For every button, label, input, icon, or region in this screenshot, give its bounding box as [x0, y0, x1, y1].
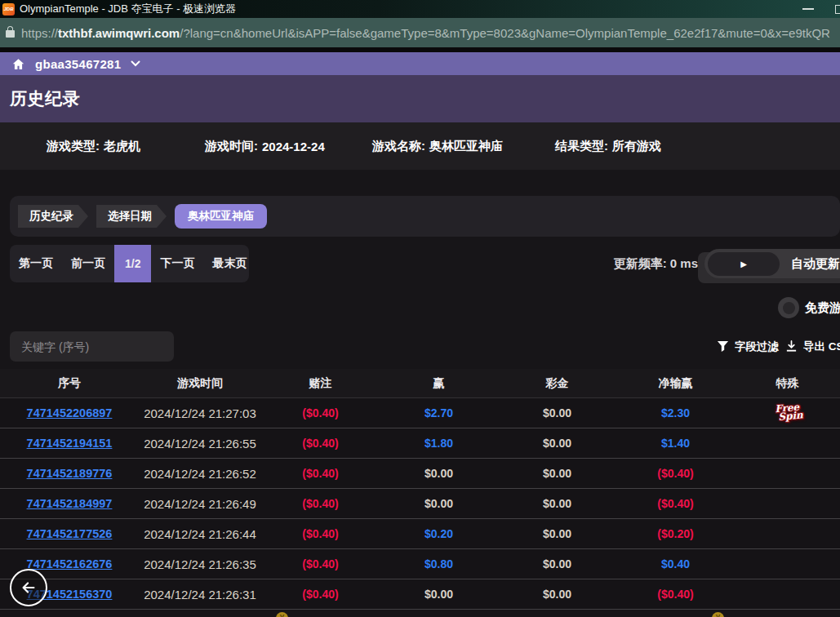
bonus-value: $0.00 [498, 437, 616, 450]
round-id-link[interactable]: 7471452206897 [27, 406, 113, 419]
jdb-logo-icon: JDB [2, 3, 15, 16]
window-minimize-button[interactable] [802, 8, 814, 10]
pagination: 第一页 前一页 1/2 下一页 最末页 [10, 245, 249, 282]
win-value: $1.80 [380, 437, 498, 450]
breadcrumb-game-name[interactable]: 奥林匹亚神庙 [175, 204, 267, 229]
col-header-win: 赢 [380, 376, 498, 391]
table-header-row: 序号 游戏时间 赌注 赢 彩金 净输赢 特殊 [0, 369, 840, 398]
round-id-link[interactable]: 7471452184997 [27, 497, 113, 510]
col-header-special: 特殊 [735, 376, 840, 391]
win-value: $0.00 [380, 588, 498, 601]
filter-result-type[interactable]: 结果类型: 所有游戏 [555, 122, 661, 170]
net-value: $0.40 [616, 557, 735, 570]
auto-update-toggle[interactable]: ▶ 自动更新 [704, 249, 840, 278]
col-header-net: 净输赢 [616, 376, 735, 391]
window-maximize-button[interactable] [835, 5, 840, 14]
site-header: gbaa35467281 [0, 52, 840, 75]
bet-value: ($0.40) [261, 497, 380, 510]
bet-value: ($0.40) [261, 467, 380, 480]
table-row: 74714521626762024/12/24 21:26:35($0.40)$… [0, 549, 840, 579]
free-game-label: 免费游戏 [805, 300, 840, 316]
game-time: 2024/12/24 21:26:35 [139, 557, 261, 571]
keyword-search-input[interactable] [10, 331, 174, 362]
breadcrumb-history[interactable]: 历史纪录 [18, 205, 88, 228]
bet-value: ($0.40) [261, 437, 380, 450]
net-value: ($0.20) [616, 527, 735, 540]
play-icon: ▶ [740, 260, 747, 269]
back-button[interactable] [10, 569, 47, 606]
page-first-button[interactable]: 第一页 [10, 245, 62, 282]
table-row: 74714521563702024/12/24 21:26:31($0.40)$… [0, 579, 840, 610]
history-table: 序号 游戏时间 赌注 赢 彩金 净输赢 特殊 74714522068972024… [0, 369, 840, 610]
game-time: 2024/12/24 21:26:52 [139, 467, 261, 481]
filter-bar: 游戏类型: 老虎机 游戏时间: 2024-12-24 游戏名称: 奥林匹亚神庙 … [0, 122, 840, 170]
coin-icon: ¥ [712, 612, 724, 617]
game-time: 2024/12/24 21:26:49 [139, 497, 261, 511]
col-header-time: 游戏时间 [139, 376, 261, 391]
address-bar[interactable]: https://txthbf.awimqwri.com/?lang=cn&hom… [0, 18, 840, 47]
window-titlebar: JDB OlympianTemple - JDB 夺宝电子 - 极速浏览器 [0, 0, 840, 18]
breadcrumb: 历史纪录 选择日期 奥林匹亚神庙 [10, 196, 840, 237]
col-header-bonus: 彩金 [498, 376, 616, 391]
bet-value: ($0.40) [261, 557, 380, 570]
filter-game-name[interactable]: 游戏名称: 奥林匹亚神庙 [372, 122, 503, 170]
table-body: 74714522068972024/12/24 21:27:03($0.40)$… [0, 398, 840, 610]
col-header-bet: 赌注 [261, 376, 380, 391]
bet-value: ($0.40) [261, 406, 380, 419]
bonus-value: $0.00 [498, 467, 616, 480]
home-icon[interactable] [11, 57, 25, 71]
page-prev-button[interactable]: 前一页 [62, 245, 114, 282]
download-icon [785, 340, 798, 353]
bonus-value: $0.00 [498, 588, 616, 601]
chevron-down-icon[interactable] [131, 60, 140, 67]
lock-icon [6, 30, 15, 38]
account-name[interactable]: gbaa35467281 [35, 57, 121, 71]
special-cell: FreeSpin [735, 404, 840, 422]
free-game-radio-inner [783, 302, 795, 314]
auto-update-knob[interactable]: ▶ [708, 252, 780, 276]
round-id-link[interactable]: 7471452177526 [27, 527, 113, 540]
win-value: $0.00 [380, 467, 498, 480]
page-title: 历史纪录 [10, 87, 80, 110]
page-title-bar: 历史纪录 [0, 75, 840, 122]
table-row: 74714522068972024/12/24 21:27:03($0.40)$… [0, 398, 840, 428]
win-value: $0.80 [380, 557, 498, 570]
bonus-value: $0.00 [498, 557, 616, 570]
table-row: 74714521849972024/12/24 21:26:49($0.40)$… [0, 489, 840, 519]
round-id-link[interactable]: 7471452189776 [27, 467, 113, 480]
coin-icon: ¥ [276, 612, 288, 617]
round-id-link[interactable]: 7471452162676 [27, 557, 113, 570]
refresh-rate-label: 更新频率: 0 ms [600, 245, 698, 282]
net-value: ($0.40) [616, 497, 735, 510]
game-time: 2024/12/24 21:26:31 [139, 588, 261, 601]
win-value: $2.70 [380, 406, 498, 419]
browser-window: JDB OlympianTemple - JDB 夺宝电子 - 极速浏览器 ht… [0, 0, 840, 617]
page-indicator: 1/2 [114, 245, 151, 282]
page-next-button[interactable]: 下一页 [151, 245, 203, 282]
funnel-icon [717, 340, 729, 353]
url-text: https://txthbf.awimqwri.com/?lang=cn&hom… [21, 26, 830, 40]
auto-update-label: 自动更新 [791, 256, 840, 272]
net-value: $2.30 [616, 406, 735, 419]
free-game-radio[interactable] [778, 297, 799, 318]
field-filter-button[interactable]: 字段过滤 [717, 331, 779, 362]
filter-game-time[interactable]: 游戏时间: 2024-12-24 [205, 122, 325, 170]
filter-game-type[interactable]: 游戏类型: 老虎机 [47, 122, 140, 170]
round-id-link[interactable]: 7471452194151 [27, 437, 113, 450]
bonus-value: $0.00 [498, 497, 616, 510]
net-value: $1.40 [616, 437, 735, 450]
table-row: 74714521941512024/12/24 21:26:55($0.40)$… [0, 428, 840, 459]
win-value: $0.00 [380, 497, 498, 510]
col-header-id: 序号 [0, 376, 139, 391]
page-last-button[interactable]: 最末页 [203, 245, 249, 282]
bonus-value: $0.00 [498, 406, 616, 419]
window-title: OlympianTemple - JDB 夺宝电子 - 极速浏览器 [20, 2, 236, 16]
game-time: 2024/12/24 21:27:03 [139, 406, 261, 420]
export-csv-button[interactable]: 导出 CSV [785, 331, 840, 362]
breadcrumb-select-date[interactable]: 选择日期 [96, 205, 167, 228]
win-value: $0.20 [380, 527, 498, 540]
net-value: ($0.40) [616, 588, 735, 601]
net-value: ($0.40) [616, 467, 735, 480]
table-row: 74714521775262024/12/24 21:26:44($0.40)$… [0, 519, 840, 549]
arrow-left-icon [20, 579, 38, 597]
